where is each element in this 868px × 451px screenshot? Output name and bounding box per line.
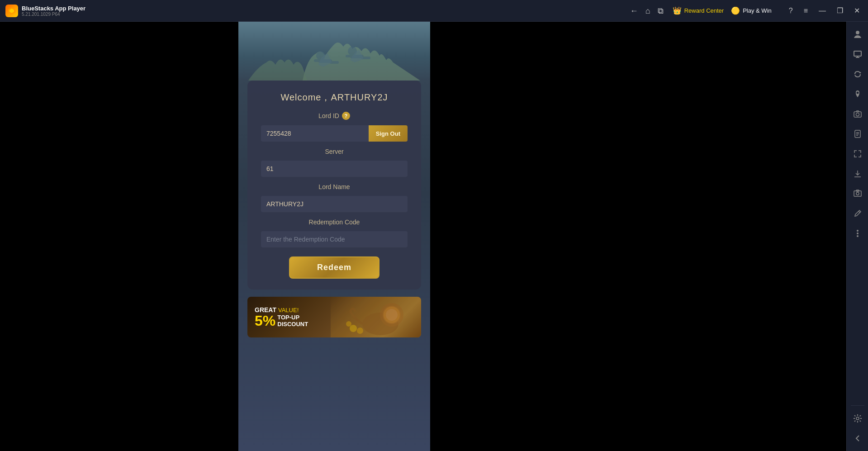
- svg-point-33: [857, 230, 859, 232]
- server-label: Server: [325, 148, 343, 155]
- home-nav-button[interactable]: ⌂: [645, 7, 650, 15]
- svg-point-15: [346, 321, 351, 327]
- settings-icon-button[interactable]: [849, 409, 867, 427]
- screenshot-icon-button[interactable]: [849, 185, 867, 203]
- svg-point-23: [856, 113, 859, 116]
- maximize-button[interactable]: ❐: [834, 6, 846, 15]
- banner-topup: TOP-UP: [277, 314, 308, 321]
- apk-icon-button[interactable]: [849, 125, 867, 143]
- app-name: BlueStacks App Player: [22, 5, 85, 12]
- svg-point-16: [357, 328, 363, 334]
- redemption-code-label: Redemption Code: [309, 218, 360, 226]
- svg-point-31: [856, 192, 859, 195]
- game-panel: Welcome，ARTHURY2J Lord ID ? Sign Out Ser…: [238, 22, 430, 451]
- redemption-code-input[interactable]: [261, 231, 408, 247]
- promo-banner[interactable]: GREAT VALUE! 5% TOP-UP DISCOUNT: [247, 297, 421, 337]
- edit-icon-button[interactable]: [849, 204, 867, 223]
- banner-valve: VALUE!: [278, 307, 299, 313]
- svg-point-34: [857, 233, 859, 234]
- redeem-button[interactable]: Redeem: [289, 256, 379, 279]
- welcome-heading: Welcome，ARTHURY2J: [280, 91, 388, 104]
- left-panel: [0, 22, 238, 451]
- lord-name-label: Lord Name: [318, 183, 350, 190]
- sidebar-divider: [851, 405, 864, 406]
- camera-icon-button[interactable]: [849, 105, 867, 123]
- banner-discount: DISCOUNT: [277, 321, 308, 328]
- app-name-block: BlueStacks App Player 5.21.201.1029 P64: [22, 5, 85, 17]
- svg-point-14: [350, 325, 357, 332]
- server-input[interactable]: [261, 161, 408, 177]
- menu-button[interactable]: ≡: [801, 6, 811, 15]
- nav-controls: ← ⌂ ⧉: [630, 7, 664, 15]
- help-button[interactable]: ?: [786, 6, 796, 15]
- svg-point-35: [857, 235, 859, 237]
- svg-line-32: [859, 211, 860, 213]
- sidebar-back-button[interactable]: [849, 429, 867, 447]
- play-win-button[interactable]: 🟡 Play & Win: [731, 6, 772, 15]
- svg-point-12: [386, 309, 398, 321]
- location-icon-button[interactable]: [849, 85, 867, 103]
- close-button[interactable]: ✕: [851, 6, 863, 15]
- layers-nav-button[interactable]: ⧉: [658, 7, 664, 15]
- app-version: 5.21.201.1029 P64: [22, 12, 85, 17]
- titlebar-right-controls: 👑 Reward Center 🟡 Play & Win ? ≡ — ❐ ✕: [673, 6, 863, 15]
- lord-id-input[interactable]: [261, 125, 369, 142]
- download-icon-button[interactable]: [849, 165, 867, 183]
- lord-id-help-icon[interactable]: ?: [342, 112, 350, 120]
- decoration-silhouette: [248, 31, 420, 81]
- person-icon-button[interactable]: [849, 25, 867, 43]
- bluestacks-logo: [5, 5, 18, 17]
- right-black-panel: [430, 22, 846, 451]
- banner-text-block: GREAT VALUE! 5% TOP-UP DISCOUNT: [255, 306, 308, 328]
- svg-rect-9: [346, 55, 351, 57]
- minimize-button[interactable]: —: [816, 6, 829, 15]
- svg-rect-18: [854, 51, 861, 56]
- coin-icon: 🟡: [731, 6, 740, 15]
- top-decoration: [238, 22, 430, 81]
- more-icon-button[interactable]: [849, 224, 867, 242]
- svg-rect-5: [314, 59, 319, 62]
- svg-point-17: [856, 31, 859, 34]
- lord-id-row: Sign Out: [261, 125, 408, 142]
- screen-icon-button[interactable]: [849, 45, 867, 63]
- svg-point-21: [856, 92, 859, 94]
- sign-out-button[interactable]: Sign Out: [369, 125, 408, 142]
- banner-percent: 5%: [255, 313, 275, 328]
- resize-icon-button[interactable]: [849, 145, 867, 163]
- rotate-icon-button[interactable]: [849, 65, 867, 83]
- redemption-form: Welcome，ARTHURY2J Lord ID ? Sign Out Ser…: [247, 81, 421, 290]
- crown-icon: 👑: [673, 6, 682, 15]
- titlebar: BlueStacks App Player 5.21.201.1029 P64 …: [0, 0, 868, 22]
- svg-point-36: [856, 417, 859, 420]
- right-sidebar: [846, 22, 868, 451]
- main-area: Welcome，ARTHURY2J Lord ID ? Sign Out Ser…: [0, 22, 868, 451]
- play-win-label: Play & Win: [743, 7, 772, 14]
- back-nav-button[interactable]: ←: [630, 7, 638, 15]
- reward-center-label: Reward Center: [684, 7, 724, 14]
- lord-id-label: Lord ID ?: [318, 112, 350, 120]
- lord-name-input[interactable]: [261, 196, 408, 212]
- window-controls: ? ≡ — ❐ ✕: [786, 6, 863, 15]
- reward-center-button[interactable]: 👑 Reward Center: [673, 6, 724, 15]
- svg-rect-29: [854, 191, 861, 196]
- banner-lion-image: [331, 297, 421, 337]
